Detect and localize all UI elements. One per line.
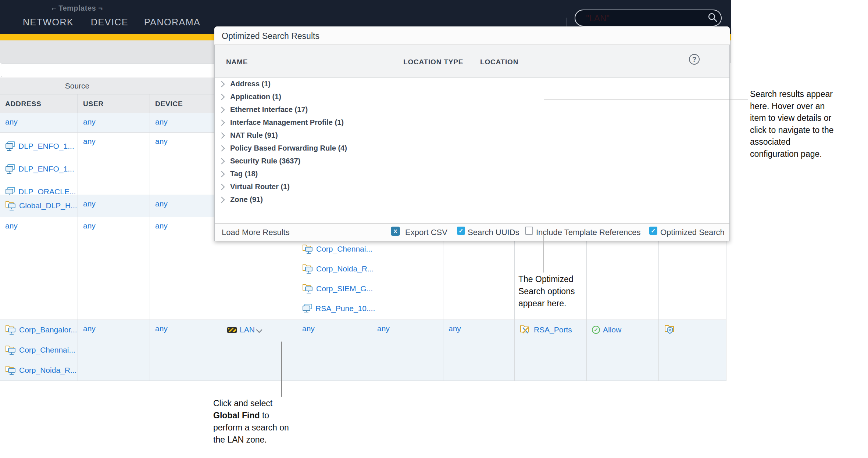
any-link[interactable]: any — [155, 324, 168, 333]
any-link[interactable]: any — [83, 324, 96, 333]
any-link[interactable]: any — [83, 137, 96, 145]
any-link[interactable]: any — [83, 199, 96, 208]
chevron-right-icon[interactable] — [219, 107, 225, 113]
chevron-right-icon[interactable] — [219, 119, 225, 126]
any-link[interactable]: any — [377, 324, 390, 333]
address-object[interactable]: DLP_ENFO_1... — [5, 163, 78, 174]
any-link[interactable]: any — [155, 199, 168, 208]
any-link[interactable]: any — [155, 221, 168, 230]
tree-item-virtual-router[interactable]: Virtual Router (1) — [219, 180, 290, 193]
any-link[interactable]: any — [302, 324, 315, 333]
any-link[interactable]: any — [155, 118, 168, 126]
search-icon[interactable] — [708, 12, 718, 23]
address-link[interactable]: Global_DLP_H... — [19, 201, 77, 210]
cell-application: any — [443, 320, 515, 381]
table-row[interactable]: Corp_Bangalor... Corp_Chennai... Corp_No… — [0, 320, 726, 381]
optimized-search-checkbox[interactable]: ✓ — [649, 227, 657, 235]
cell-src-device: any — [150, 217, 222, 320]
tree-item-tag[interactable]: Tag (18) — [219, 167, 258, 180]
tab-panorama[interactable]: PANORAMA — [144, 17, 200, 28]
address-link[interactable]: Corp_Noida_R... — [19, 366, 76, 375]
address-object[interactable]: DLP_ENFO_1... — [5, 141, 78, 152]
cell-src-address: Global_DLP_H... — [0, 195, 78, 217]
chevron-right-icon[interactable] — [219, 132, 225, 138]
tab-device[interactable]: DEVICE — [91, 17, 128, 28]
chevron-right-icon[interactable] — [219, 81, 225, 87]
address-group-object[interactable]: Corp_Noida_R... — [5, 365, 78, 376]
chevron-right-icon[interactable] — [219, 145, 225, 151]
popup-column-location-type[interactable]: LOCATION TYPE — [403, 58, 463, 66]
address-group-object[interactable]: Corp_Chennai... — [302, 244, 372, 255]
service-group-object[interactable]: RSA_Ports — [520, 324, 586, 335]
address-group-icon — [5, 365, 16, 376]
tree-item-policy-based-forwarding-rule[interactable]: Policy Based Forwarding Rule (4) — [219, 142, 347, 155]
address-group-object[interactable]: Corp_Chennai... — [5, 345, 78, 356]
annotation-search-results: Search results appear here. Hover over a… — [750, 88, 862, 160]
action-object[interactable]: ✓ Allow — [592, 324, 658, 335]
tree-item-zone[interactable]: Zone (91) — [219, 193, 263, 206]
chevron-right-icon[interactable] — [219, 196, 225, 203]
service-link[interactable]: RSA_Ports — [534, 325, 572, 334]
search-uuids-checkbox[interactable]: ✓ — [457, 227, 465, 235]
popup-column-name[interactable]: NAME — [226, 58, 248, 66]
annotation-global-find: Click and select Global Find to perform … — [213, 397, 346, 446]
zone-icon — [227, 327, 237, 333]
tree-item-address[interactable]: Address (1) — [219, 77, 271, 90]
zone-link[interactable]: LAN — [240, 325, 255, 334]
tab-network[interactable]: NETWORK — [23, 17, 74, 28]
address-group-icon — [302, 284, 313, 294]
any-link[interactable]: any — [5, 118, 18, 126]
address-group-object[interactable]: Global_DLP_H... — [5, 200, 78, 211]
any-link[interactable]: any — [83, 221, 96, 230]
any-link[interactable]: any — [5, 221, 18, 230]
export-csv-icon[interactable]: X — [391, 227, 400, 236]
optimized-search-label[interactable]: Optimized Search — [660, 228, 725, 237]
zone-object[interactable]: LAN — [227, 324, 297, 335]
tree-item-security-rule[interactable]: Security Rule (3637) — [219, 155, 300, 167]
address-link[interactable]: Corp_Chennai... — [316, 245, 372, 253]
tree-item-interface-management-profile[interactable]: Interface Management Profile (1) — [219, 116, 344, 129]
include-template-references-checkbox[interactable] — [525, 227, 533, 235]
cell-service: RSA_Ports — [515, 320, 587, 381]
tree-item-application[interactable]: Application (1) — [219, 90, 281, 103]
column-header-user[interactable]: USER — [78, 94, 150, 113]
chevron-down-icon[interactable] — [256, 327, 262, 333]
callout-line-right — [544, 100, 748, 100]
address-group-object[interactable]: Corp_Bangalor... — [5, 324, 78, 335]
include-template-references-label[interactable]: Include Template References — [536, 228, 641, 237]
chevron-right-icon[interactable] — [219, 94, 225, 100]
address-link[interactable]: DLP_ENFO_1... — [18, 165, 74, 173]
export-csv-button[interactable]: Export CSV — [405, 228, 447, 237]
tree-item-nat-rule[interactable]: NAT Rule (91) — [219, 129, 278, 142]
search-uuids-label[interactable]: Search UUIDs — [468, 228, 519, 237]
address-group-icon — [5, 201, 16, 211]
action-link[interactable]: Allow — [603, 325, 621, 334]
address-link[interactable]: Corp_Chennai... — [19, 346, 75, 354]
address-object-icon — [302, 304, 312, 314]
column-header-address[interactable]: ADDRESS — [0, 94, 78, 113]
profile-group-icon — [664, 324, 676, 335]
any-link[interactable]: any — [155, 137, 168, 145]
any-link[interactable]: any — [449, 324, 461, 333]
chevron-right-icon[interactable] — [219, 184, 225, 190]
help-icon[interactable]: ? — [689, 54, 700, 65]
tree-item-ethernet-interface[interactable]: Ethernet Interface (17) — [219, 103, 308, 116]
address-group-object[interactable]: Corp_SIEM_G... — [302, 283, 372, 294]
address-link[interactable]: Corp_Noida_R... — [316, 264, 374, 273]
address-link[interactable]: DLP_ENFO_1... — [18, 142, 74, 151]
chevron-right-icon[interactable] — [219, 158, 225, 164]
popup-column-location[interactable]: LOCATION — [480, 58, 518, 66]
any-link[interactable]: any — [83, 118, 96, 126]
cell-dst-device: any — [372, 320, 443, 381]
address-object[interactable]: RSA_Pune_10.... — [302, 303, 372, 314]
load-more-results-button[interactable]: Load More Results — [222, 228, 290, 237]
cell-src-address: Corp_Bangalor... Corp_Chennai... Corp_No… — [0, 320, 78, 381]
address-group-object[interactable]: Corp_Noida_R... — [302, 263, 372, 274]
address-link[interactable]: Corp_SIEM_G... — [316, 284, 373, 293]
profile-group-object[interactable] — [664, 324, 726, 335]
address-link[interactable]: RSA_Pune_10.... — [315, 304, 375, 313]
callout-line-footer — [543, 235, 544, 273]
cell-src-address: DLP_ENFO_1... DLP_ENFO_1... DLP_ORACLE..… — [0, 133, 78, 195]
chevron-right-icon[interactable] — [219, 171, 225, 177]
address-link[interactable]: Corp_Bangalor... — [19, 325, 77, 334]
